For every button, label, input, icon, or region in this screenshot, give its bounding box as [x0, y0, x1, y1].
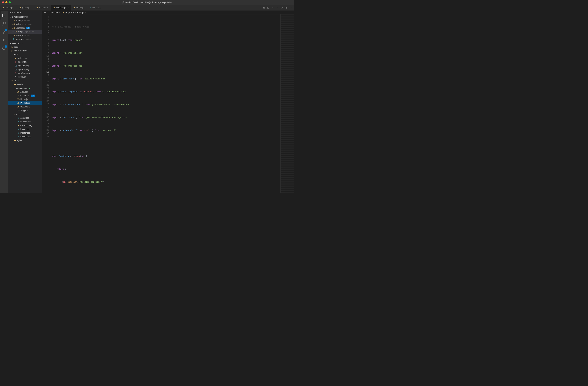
- tree-item-home-js[interactable]: JS Home.js: [8, 98, 42, 101]
- tree-item-resume-css[interactable]: # resume.css: [8, 135, 42, 139]
- js-file-icon: JS: [12, 27, 15, 29]
- activity-extensions[interactable]: 1: [0, 44, 8, 52]
- minimize-button[interactable]: [5, 1, 7, 3]
- open-editor-global[interactable]: JS global.js src/styles: [8, 22, 42, 26]
- breadcrumb-projects-symbol[interactable]: Projects: [76, 11, 86, 14]
- tree-item-src[interactable]: ▾ src ●: [8, 79, 42, 82]
- portfolio-section[interactable]: ▾ PORTFOLIO: [8, 41, 42, 45]
- nav-back-icon[interactable]: ←: [271, 6, 275, 10]
- tree-item-css-folder[interactable]: ▾ css: [8, 112, 42, 116]
- file-name: about.css: [20, 117, 29, 119]
- editor-layout-icon[interactable]: ⊞: [285, 6, 288, 10]
- tab-home[interactable]: JS Home.js: [71, 5, 88, 11]
- png-file-icon: ◫: [14, 64, 17, 67]
- open-editor-home[interactable]: JS Home.js src/com...: [8, 34, 42, 37]
- chevron-down-icon: ▾: [14, 87, 15, 89]
- code-line-12: <div className="section-container">: [52, 181, 280, 184]
- tab-projects[interactable]: JS Projects.js ×: [51, 5, 71, 11]
- css-file-icon: #: [12, 38, 15, 41]
- tree-item-resume-js[interactable]: JS Resume.js: [8, 105, 42, 109]
- toggle-panel-icon[interactable]: ⊡: [267, 6, 270, 10]
- open-editor-contact[interactable]: JS Contact.js 1, M: [8, 26, 42, 30]
- tree-item-assets[interactable]: ▶ assets: [8, 82, 42, 86]
- code-line-8: import { animateScroll as scroll } from …: [52, 129, 280, 132]
- file-name: logo192.png: [18, 64, 29, 67]
- sidebar-header: EXPLORER ···: [8, 11, 42, 15]
- tree-item-components[interactable]: ▾ components ●: [8, 86, 42, 90]
- css-file-icon: #: [17, 117, 20, 119]
- code-line-1: import React from 'react';: [52, 39, 280, 42]
- window-title: [Extension Development Host] - Projects.…: [123, 1, 171, 3]
- tree-item-contact-js[interactable]: JS Contact.js 1, M: [8, 94, 42, 98]
- folder-name: node_modules: [14, 50, 27, 52]
- activity-explorer[interactable]: [0, 11, 8, 20]
- tab-close-button[interactable]: ×: [67, 6, 69, 9]
- open-editor-about[interactable]: JS About.js src/com...: [8, 19, 42, 22]
- tree-item-public[interactable]: ▾ public: [8, 53, 42, 56]
- tree-item-favicon[interactable]: ★ favicon.ico: [8, 56, 42, 60]
- file-name: resume.css: [20, 135, 31, 138]
- title-bar: [Extension Development Host] - Projects.…: [0, 0, 294, 5]
- svg-file-icon: ◈: [17, 124, 20, 127]
- star-icon: ★: [14, 57, 17, 60]
- explorer-more-icon[interactable]: ···: [38, 11, 40, 14]
- split-editor-icon[interactable]: ⧉: [262, 6, 266, 10]
- json-file-icon: {}: [14, 72, 17, 74]
- open-editors-icon[interactable]: ↗: [280, 6, 284, 10]
- tab-contact[interactable]: JS Contact.js: [34, 5, 51, 11]
- file-name: Resume.js: [20, 106, 30, 108]
- tree-item-build[interactable]: ▶ build: [8, 45, 42, 49]
- code-content[interactable]: You, 3 months ago | 1 author (You) impor…: [50, 14, 280, 193]
- tree-item-logo192[interactable]: ◫ logo192.png: [8, 64, 42, 68]
- dirty-indicator: ✕: [12, 31, 14, 33]
- file-name: global.js: [16, 23, 23, 25]
- tab-homecss[interactable]: # home.css: [88, 5, 105, 11]
- tree-item-styles-folder[interactable]: ▶ styles: [8, 139, 42, 142]
- css-file-icon: #: [17, 121, 20, 123]
- tree-item-toggle-js[interactable]: JS Toggle.js: [8, 109, 42, 112]
- tree-item-manifest[interactable]: {} manifest.json: [8, 71, 42, 75]
- tree-item-diamond-svg[interactable]: ◈ diamond.svg: [8, 123, 42, 127]
- tree-item-projects-js[interactable]: JS Projects.js: [8, 101, 42, 105]
- activity-run[interactable]: [0, 36, 8, 44]
- file-name: manifest.json: [18, 72, 30, 74]
- js-file-icon: JS: [62, 12, 64, 14]
- file-name: diamond.svg: [20, 124, 32, 127]
- tree-item-home-css[interactable]: # home.css: [8, 127, 42, 131]
- activity-source-control[interactable]: 1: [0, 28, 8, 36]
- tree-item-about-css[interactable]: # about.css: [8, 116, 42, 120]
- tab-label: home.css: [92, 6, 101, 9]
- open-editor-homecss[interactable]: # home.css src/css: [8, 37, 42, 41]
- more-actions-icon[interactable]: ···: [289, 6, 293, 10]
- tree-item-about-js[interactable]: JS About.js: [8, 90, 42, 94]
- chevron-down-icon: ▾: [14, 113, 15, 115]
- js-file-icon: JS: [15, 31, 18, 33]
- explorer-title: EXPLORER: [10, 12, 22, 14]
- file-name: home.css: [20, 128, 29, 130]
- line-numbers: 1 2 3 4 5 6 7 8 9 10 11 12 13 14 15 16 1: [42, 14, 50, 193]
- file-name: About.js: [20, 91, 28, 93]
- open-editors-section[interactable]: ▾ OPEN EDITORS: [8, 15, 42, 19]
- tree-item-logo512[interactable]: ◫ logo512.png: [8, 68, 42, 71]
- breadcrumb-projects-js[interactable]: JS Projects.js: [62, 11, 74, 14]
- breadcrumb-components[interactable]: components: [49, 11, 60, 14]
- js-file-icon: JS: [17, 106, 20, 108]
- tab-about[interactable]: JS About.js: [0, 5, 17, 11]
- tree-item-node-modules[interactable]: ▶ node_modules: [8, 49, 42, 53]
- minimap-visual: [281, 14, 294, 193]
- code-editor[interactable]: 1 2 3 4 5 6 7 8 9 10 11 12 13 14 15 16 1: [42, 14, 294, 193]
- tree-item-master-css[interactable]: # master.css: [8, 131, 42, 135]
- js-file-icon: JS: [53, 7, 55, 9]
- editor-area: src › components › JS Projects.js › Proj…: [42, 11, 294, 193]
- nav-forward-icon[interactable]: →: [276, 6, 279, 10]
- activity-search[interactable]: [0, 20, 8, 28]
- tree-item-contact-css[interactable]: # contact.css: [8, 120, 42, 123]
- maximize-button[interactable]: [9, 1, 11, 3]
- breadcrumb-src[interactable]: src: [44, 11, 47, 14]
- open-editor-projects[interactable]: ✕ JS Projects.js src/co...: [8, 30, 42, 34]
- tab-global[interactable]: JS global.js: [17, 5, 34, 11]
- tree-item-index-html[interactable]: ◇ index.html: [8, 60, 42, 64]
- close-button[interactable]: [2, 1, 4, 3]
- tree-item-robots[interactable]: ≡ robots.txt: [8, 75, 42, 79]
- chevron-right-icon: ▶: [14, 139, 16, 142]
